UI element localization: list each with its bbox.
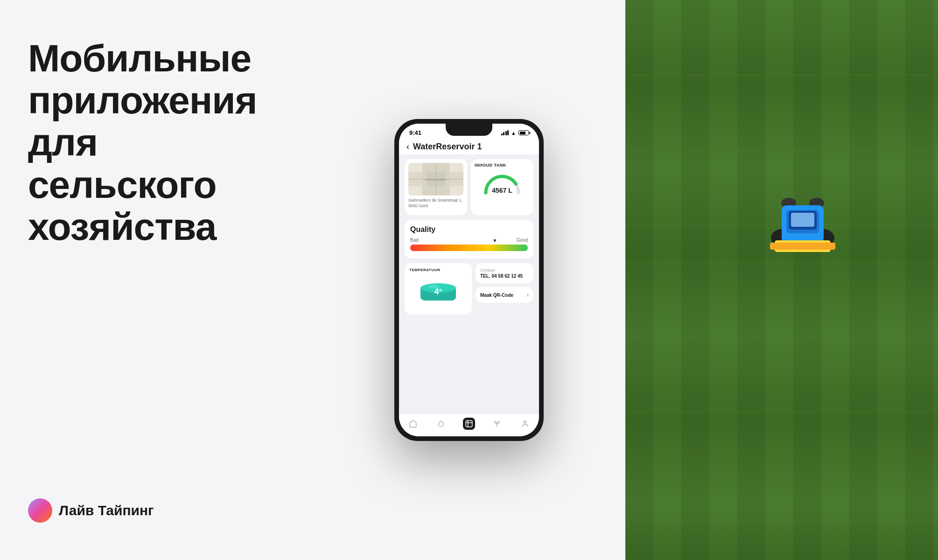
phone-screen: 9:41 ▲ ‹ WaterReservoir 1 <box>399 124 539 436</box>
phone-notch <box>446 124 492 136</box>
brand-logo-icon <box>28 498 52 523</box>
contact-card: Contact TEL. 04 58 62 12 45 <box>476 263 533 283</box>
nav-reservoir-icon[interactable] <box>463 418 475 430</box>
top-cards-row: ARRONDISSEMENT Gebroeders de Smetstraat … <box>405 159 533 215</box>
signal-bar-1 <box>501 133 503 135</box>
nav-drop-icon[interactable] <box>435 418 447 430</box>
title-line-4: хозяйства <box>28 205 216 248</box>
bottom-navigation <box>399 414 539 436</box>
nav-person-icon[interactable] <box>519 418 531 430</box>
quality-bad-label: Bad <box>410 238 419 243</box>
battery-icon <box>518 130 529 135</box>
quality-slider: ▼ <box>410 245 528 251</box>
signal-bars-icon <box>501 130 509 135</box>
quality-indicator-icon: ▼ <box>492 238 497 243</box>
right-panel <box>625 0 938 560</box>
contact-number: TEL. 04 58 62 12 45 <box>480 273 529 279</box>
temperature-visual: 4° <box>420 275 457 301</box>
left-panel: Мобильные приложения для сельского хозяй… <box>0 0 313 560</box>
map-address: Gebroeders de Smetstraat 1, 9000 Gent <box>408 198 463 209</box>
quality-card: Quality Bad Good ▼ <box>405 220 533 259</box>
wifi-icon: ▲ <box>511 130 516 136</box>
tank-card: INHOUD TANK 4567 L <box>471 159 533 215</box>
bottom-cards-row: TEMPERATUUR 4° <box>405 263 533 315</box>
quality-good-label: Good <box>517 238 528 243</box>
svg-rect-22 <box>770 243 835 250</box>
grass-field <box>625 0 938 560</box>
battery-fill <box>520 132 526 134</box>
temperature-value: 4° <box>434 287 442 297</box>
contact-card-title: Contact <box>480 268 529 273</box>
mow-lines <box>625 0 938 560</box>
title-line-3: для сельского <box>28 121 217 205</box>
brand-name: Лайв Тайпинг <box>59 503 154 518</box>
brand-footer: Лайв Тайпинг <box>28 498 154 523</box>
app-header: ‹ WaterReservoir 1 <box>399 138 539 154</box>
nav-plant-icon[interactable] <box>491 418 503 430</box>
quality-bar <box>410 245 528 251</box>
back-button[interactable]: ‹ <box>406 142 409 152</box>
nav-home-icon[interactable] <box>407 418 419 430</box>
svg-point-12 <box>524 421 526 423</box>
quality-labels: Bad Good <box>410 238 528 243</box>
signal-bar-3 <box>505 131 507 135</box>
main-title: Мобильные приложения для сельского хозяй… <box>28 37 285 248</box>
qr-arrow-icon: › <box>527 292 529 298</box>
map-visual: ARRONDISSEMENT <box>408 163 463 196</box>
svg-rect-11 <box>466 420 472 427</box>
signal-bar-2 <box>503 132 504 135</box>
title-line-2: приложения <box>28 79 257 121</box>
map-card[interactable]: ARRONDISSEMENT Gebroeders de Smetstraat … <box>405 159 467 215</box>
title-line-1: Мобильные <box>28 37 251 79</box>
middle-panel: 9:41 ▲ ‹ WaterReservoir 1 <box>313 0 625 560</box>
qr-code-label: Maak QR-Code <box>480 293 513 298</box>
temperature-card: TEMPERATUUR 4° <box>405 263 472 315</box>
svg-rect-20 <box>791 213 814 227</box>
temperature-label: TEMPERATUUR <box>409 268 440 272</box>
app-content: ARRONDISSEMENT Gebroeders de Smetstraat … <box>399 154 539 414</box>
tank-label: INHOUD TANK <box>475 163 506 168</box>
right-cards: Contact TEL. 04 58 62 12 45 Maak QR-Code… <box>476 263 533 315</box>
signal-bar-4 <box>507 130 509 135</box>
screen-title: WaterReservoir 1 <box>413 142 482 152</box>
status-icons: ▲ <box>501 130 529 136</box>
status-time: 9:41 <box>409 129 421 136</box>
svg-text:ARRONDISSEMENT: ARRONDISSEMENT <box>425 179 447 181</box>
tank-value: 4567 L <box>492 187 512 194</box>
qr-code-card[interactable]: Maak QR-Code › <box>476 287 533 303</box>
phone-mockup: 9:41 ▲ ‹ WaterReservoir 1 <box>394 119 544 441</box>
tractor <box>761 177 845 261</box>
quality-title: Quality <box>410 225 528 234</box>
tank-gauge: 4567 L <box>481 169 523 195</box>
